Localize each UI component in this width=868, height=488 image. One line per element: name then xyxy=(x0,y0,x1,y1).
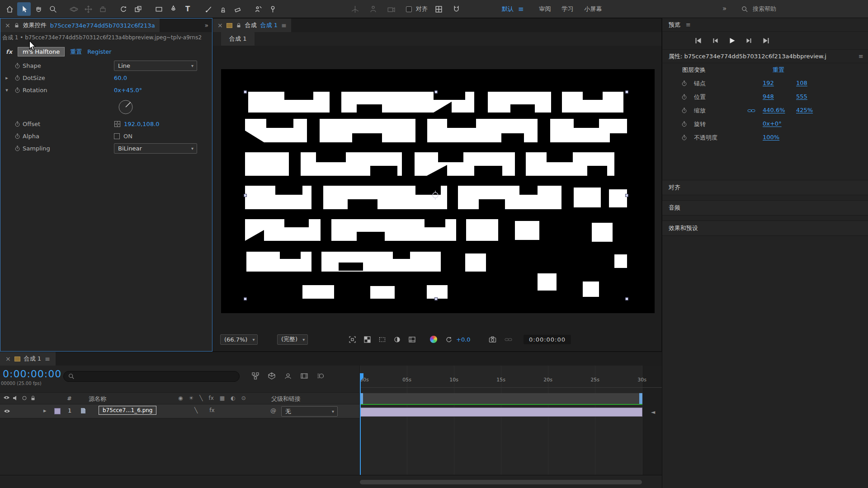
point-target-icon[interactable] xyxy=(114,121,121,127)
motion-blur-icon[interactable] xyxy=(316,372,325,380)
layer-handle[interactable] xyxy=(434,297,438,300)
align-checkbox[interactable] xyxy=(406,6,412,12)
parent-dropdown[interactable]: 无▾ xyxy=(281,406,338,417)
alpha-checkbox[interactable] xyxy=(114,133,120,139)
align-panel-header[interactable]: 对齐 xyxy=(662,180,868,195)
video-column-icon[interactable] xyxy=(3,395,10,400)
timeline-track-area[interactable]: :00s 05s 10s 15s 20s 25s 30s ◄ xyxy=(359,366,662,475)
stopwatch-icon[interactable] xyxy=(681,108,687,113)
channel-color-icon[interactable] xyxy=(430,336,437,343)
workspace-menu-icon[interactable]: ≡ xyxy=(518,5,539,13)
selection-handles-icon[interactable] xyxy=(349,334,356,345)
previous-frame-button[interactable] xyxy=(712,38,719,44)
play-button[interactable] xyxy=(728,38,736,44)
layer-handle[interactable] xyxy=(625,297,628,300)
fx-badge-icon[interactable]: fx xyxy=(6,48,12,55)
dolly-camera-tool-icon[interactable] xyxy=(96,2,109,16)
home-icon[interactable] xyxy=(3,2,16,16)
workspace-tab-small-screen[interactable]: 小屏幕 xyxy=(585,5,613,13)
frame-blending-icon[interactable] xyxy=(300,372,308,380)
layer-quality-switch[interactable]: ╲ xyxy=(194,407,198,413)
workspace-tab-default[interactable]: 默认 xyxy=(502,5,518,13)
close-icon[interactable]: × xyxy=(5,22,10,29)
effect-reset-link[interactable]: 重置 xyxy=(70,48,82,56)
position-x-value[interactable]: 948 xyxy=(763,93,774,100)
stopwatch-icon[interactable] xyxy=(13,75,21,81)
timeline-comp-tab[interactable]: × 合成 1 ≡ xyxy=(0,352,56,366)
stopwatch-icon[interactable] xyxy=(681,121,687,127)
layer-handle[interactable] xyxy=(244,297,247,300)
stopwatch-icon[interactable] xyxy=(13,121,21,127)
rotation-dial[interactable] xyxy=(116,97,212,117)
clone-stamp-tool-icon[interactable] xyxy=(216,2,230,16)
world-axis-icon[interactable] xyxy=(366,2,380,16)
dotsize-value[interactable]: 60.0 xyxy=(114,75,127,81)
playhead-line[interactable] xyxy=(360,373,361,475)
sampling-dropdown[interactable]: BiLinear▾ xyxy=(114,143,197,154)
twirl-closed-icon[interactable]: ▸ xyxy=(0,75,13,81)
panel-menu-icon[interactable]: ≡ xyxy=(45,355,50,362)
panel-menu-icon[interactable]: ≡ xyxy=(859,53,863,60)
workspace-tab-review[interactable]: 审阅 xyxy=(539,5,562,13)
effects-presets-panel-header[interactable]: 效果和预设 xyxy=(662,221,868,236)
layer-handle[interactable] xyxy=(434,90,438,94)
work-area-end-handle[interactable] xyxy=(639,393,642,404)
link-icon[interactable] xyxy=(747,108,755,113)
brush-tool-icon[interactable] xyxy=(202,2,215,16)
comp-flowchart-icon[interactable] xyxy=(251,372,259,380)
work-area-bar[interactable] xyxy=(360,393,642,404)
composition-viewer-tab[interactable]: × 合成 合成 1 ≡ xyxy=(213,19,291,32)
scale-y-value[interactable]: 425% xyxy=(796,107,813,113)
shy-switch-icon[interactable]: ◉ xyxy=(178,395,183,401)
time-ruler[interactable]: :00s 05s 10s 15s 20s 25s 30s xyxy=(360,373,662,388)
layer-visibility-eye-icon[interactable] xyxy=(4,409,10,413)
next-frame-button[interactable] xyxy=(745,38,753,44)
audio-column-icon[interactable] xyxy=(13,395,18,401)
layer-twirl-icon[interactable]: ▸ xyxy=(43,407,47,414)
view-axis-icon[interactable] xyxy=(384,2,398,16)
parent-link-column[interactable]: 父级和链接 xyxy=(271,395,301,403)
magnification-dropdown[interactable]: (66.7%)▾ xyxy=(220,334,258,345)
resolution-dropdown[interactable]: (完整)▾ xyxy=(277,334,308,345)
effect-register-link[interactable]: Register xyxy=(87,48,112,55)
hand-tool-icon[interactable] xyxy=(32,2,45,16)
rotation-tool-icon[interactable] xyxy=(117,2,130,16)
draft-3d-icon[interactable] xyxy=(268,372,276,380)
anchor-y-value[interactable]: 108 xyxy=(796,80,807,86)
quality-switch-icon[interactable]: ╲ xyxy=(199,395,203,401)
layer-fx-switch[interactable]: fx xyxy=(209,407,214,413)
reset-exposure-icon[interactable] xyxy=(445,334,453,345)
panel-menu-icon[interactable]: ≡ xyxy=(281,22,287,29)
properties-panel-header[interactable]: 属性: b75cce734e774dd5b70312c6f213a4bbprev… xyxy=(662,50,868,63)
orbit-camera-tool-icon[interactable] xyxy=(67,2,80,16)
anchor-x-value[interactable]: 192 xyxy=(763,80,774,86)
current-timecode[interactable]: 0:00:00:00 xyxy=(3,368,61,380)
shape-tool-icon[interactable] xyxy=(152,2,165,16)
lock-column-icon[interactable] xyxy=(30,395,36,401)
fx-switch-icon[interactable]: fx xyxy=(208,395,213,401)
go-to-end-button[interactable] xyxy=(762,38,769,44)
pen-tool-icon[interactable] xyxy=(166,2,180,16)
layer-number-column[interactable]: # xyxy=(67,395,72,402)
show-snapshot-icon[interactable] xyxy=(505,334,512,345)
shape-dropdown[interactable]: Line▾ xyxy=(114,61,197,71)
timeline-horizontal-scrollbar[interactable] xyxy=(360,480,642,484)
transparency-grid-icon[interactable] xyxy=(363,334,371,345)
grid-options-icon[interactable] xyxy=(432,2,445,16)
motion-blur-switch-icon[interactable]: ◐ xyxy=(231,395,235,401)
pan-behind-tool-icon[interactable] xyxy=(131,2,145,16)
rotation-value[interactable]: 0x+0° xyxy=(763,120,782,127)
stopwatch-icon[interactable] xyxy=(13,145,21,151)
timeline-search[interactable] xyxy=(63,371,240,382)
composition-viewport[interactable] xyxy=(221,69,655,313)
comp-tab[interactable]: 合成 1 xyxy=(221,32,255,46)
effect-name[interactable]: m's Halftone xyxy=(18,47,65,56)
pan-camera-tool-icon[interactable] xyxy=(81,2,95,16)
workspace-overflow-icon[interactable]: » xyxy=(722,5,726,13)
lock-icon[interactable] xyxy=(14,23,19,28)
lock-icon[interactable] xyxy=(236,23,241,28)
frame-blend-switch-icon[interactable]: ▦ xyxy=(220,395,225,401)
layer-row[interactable]: ▸ 1 b75cce7...1_6.png ╲ fx @ 无▾ xyxy=(0,404,359,418)
panel-menu-icon[interactable]: ≡ xyxy=(686,21,691,28)
layer-anchor-gizmo[interactable] xyxy=(431,191,440,200)
